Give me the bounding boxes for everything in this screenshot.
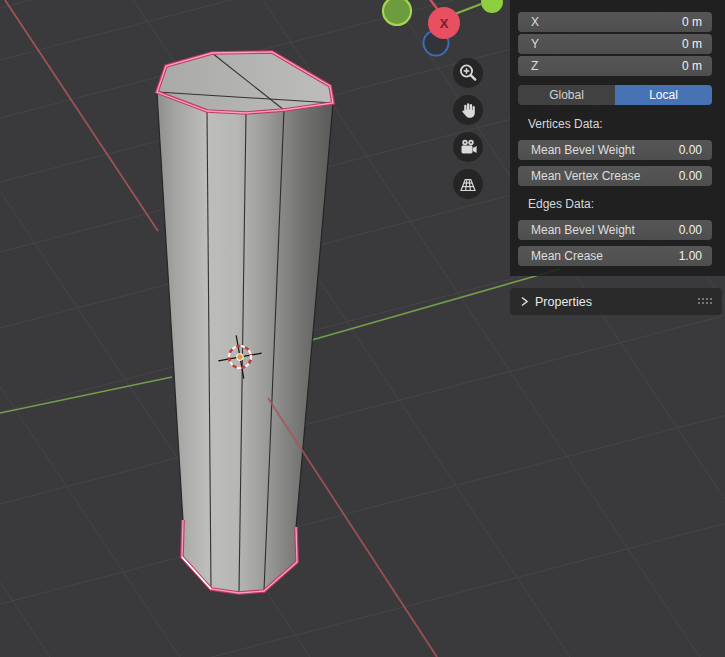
field-value: 0.00 [679, 169, 702, 183]
vertices-data-label: Vertices Data: [528, 117, 603, 131]
perspective-grid-icon [457, 173, 479, 195]
edges-data-fields: Mean Bevel Weight 0.00 Mean Crease 1.00 [518, 220, 712, 272]
field-label: Y [531, 37, 539, 51]
field-value: 0.00 [679, 223, 702, 237]
projection-toggle-button[interactable] [453, 169, 483, 199]
mean-crease-field[interactable]: Mean Crease 1.00 [518, 246, 712, 266]
field-label: X [531, 15, 539, 29]
camera-view-button[interactable] [453, 132, 483, 162]
camera-icon [457, 136, 479, 158]
transform-median-fields: X 0 m Y 0 m Z 0 m Global Local [518, 12, 712, 105]
field-value: 0 m [682, 15, 702, 29]
field-label: Mean Vertex Crease [531, 169, 640, 183]
median-label: Median: [518, 0, 561, 3]
sidebar-n-panel: Median: X 0 m Y 0 m Z 0 m Global Local V… [510, 0, 725, 276]
gizmo-ball-y-neg[interactable] [383, 0, 411, 25]
global-button[interactable]: Global [518, 85, 615, 105]
panel-drag-grip-icon[interactable] [698, 298, 714, 306]
mean-vertex-crease-field[interactable]: Mean Vertex Crease 0.00 [518, 166, 712, 186]
mean-bevel-weight-vertex-field[interactable]: Mean Bevel Weight 0.00 [518, 140, 712, 160]
field-label: Mean Bevel Weight [531, 143, 635, 157]
median-z-field[interactable]: Z 0 m [518, 56, 712, 76]
field-label: Mean Crease [531, 249, 603, 263]
magnifier-plus-icon [457, 62, 479, 84]
zoom-tool-button[interactable] [453, 58, 483, 88]
properties-panel-header[interactable]: Properties [510, 288, 722, 315]
edges-data-label: Edges Data: [528, 197, 594, 211]
field-value: 0.00 [679, 143, 702, 157]
field-label: Z [531, 59, 538, 73]
field-value: 0 m [682, 37, 702, 51]
field-value: 0 m [682, 59, 702, 73]
gizmo-x-label: X [440, 16, 449, 31]
mean-bevel-weight-edge-field[interactable]: Mean Bevel Weight 0.00 [518, 220, 712, 240]
hand-icon [457, 99, 479, 121]
median-x-field[interactable]: X 0 m [518, 12, 712, 32]
chevron-right-icon [520, 296, 529, 307]
blender-window: X [0, 0, 725, 657]
orientation-toggle: Global Local [518, 85, 712, 105]
vertices-data-fields: Mean Bevel Weight 0.00 Mean Vertex Creas… [518, 140, 712, 192]
pan-tool-button[interactable] [453, 95, 483, 125]
field-label: Mean Bevel Weight [531, 223, 635, 237]
local-button[interactable]: Local [615, 85, 712, 105]
properties-panel-title: Properties [535, 295, 698, 309]
median-y-field[interactable]: Y 0 m [518, 34, 712, 54]
field-value: 1.00 [679, 249, 702, 263]
